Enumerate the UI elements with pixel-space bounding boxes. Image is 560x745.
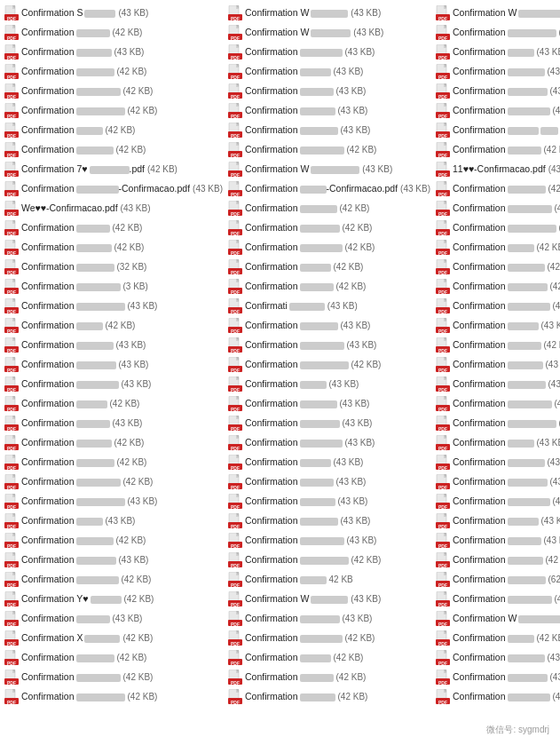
list-item[interactable]: PDF Confirmation(43 KB): [2, 43, 225, 62]
list-item[interactable]: PDF Confirmation(42 KB): [2, 121, 225, 140]
list-item[interactable]: PDF Confirmation(32 KB): [2, 258, 225, 277]
list-item[interactable]: PDF Confirmation(43 KB): [433, 101, 560, 121]
list-item[interactable]: PDF Confirmation(43 KB): [433, 472, 560, 492]
list-item[interactable]: PDF Confirmation(43 KB): [433, 668, 560, 687]
list-item[interactable]: PDF Confirmation(42 KB): [225, 687, 433, 707]
list-item[interactable]: PDF Confirmation(43 KB): [225, 531, 433, 551]
list-item[interactable]: PDF Confirmation(43 KB): [225, 472, 433, 492]
list-item[interactable]: PDF Confirmation(43 KB): [433, 355, 560, 375]
list-item[interactable]: PDF Confirmation-Confirmacao.pdf(43 KB): [225, 179, 433, 199]
list-item[interactable]: PDF Confirmation(43 KB): [225, 433, 433, 453]
list-item[interactable]: PDF Confirmation(43 KB): [2, 551, 225, 570]
list-item[interactable]: PDF Confirmation(62 KB): [433, 570, 560, 590]
list-item[interactable]: PDF Confirmation(43 KB): [2, 297, 225, 316]
list-item[interactable]: PDF Confirmation(43 KB): [433, 394, 560, 414]
list-item[interactable]: PDF Confirmation(43 KB): [2, 375, 225, 394]
list-item[interactable]: PDF Confirmation(42 KB): [225, 140, 433, 160]
list-item[interactable]: PDF Confirmation 7♥.pdf(42 KB): [2, 160, 225, 179]
list-item[interactable]: PDF Confirmation(42 KB): [433, 336, 560, 355]
list-item[interactable]: PDF Confirmation(43 KB): [225, 43, 433, 62]
list-item[interactable]: PDF Confirmation(42 KB): [2, 472, 225, 492]
list-item[interactable]: PDF Confirmation X(42 KB): [2, 629, 225, 648]
list-item[interactable]: PDF Confirmation W(43 KB): [225, 590, 433, 609]
list-item[interactable]: PDF Confirmation(42 KB): [2, 62, 225, 82]
list-item[interactable]: PDF Confirmation(42 KB): [2, 531, 225, 551]
list-item[interactable]: PDF Confirmation(43 KB): [225, 121, 433, 140]
list-item[interactable]: PDF Confirmation W(43 KB): [225, 160, 433, 179]
list-item[interactable]: PDF Confirmation(43 KB): [433, 648, 560, 668]
list-item[interactable]: PDF Confirmation(42 KB): [433, 492, 560, 511]
list-item[interactable]: PDF Confirmation(42 KB): [225, 648, 433, 668]
list-item[interactable]: PDF Confirmation W(42 KB): [433, 609, 560, 629]
list-item[interactable]: PDF Confirmation(42 KB): [2, 687, 225, 707]
list-item[interactable]: PDF Confirmation(43 KB): [433, 43, 560, 62]
list-item[interactable]: PDF Confirmation(42 KB): [433, 199, 560, 218]
list-item[interactable]: PDF Confirmation(43 KB): [433, 590, 560, 609]
list-item[interactable]: PDF Confirmation(43 KB): [225, 609, 433, 629]
list-item[interactable]: PDF Confirmation S(43 KB): [2, 4, 225, 23]
list-item[interactable]: PDF Confirmati(43 KB): [225, 297, 433, 316]
list-item[interactable]: PDF Confirmation(43 KB): [2, 492, 225, 511]
list-item[interactable]: PDF Confirmation(42 KB): [2, 394, 225, 414]
list-item[interactable]: PDF 11♥♥-Confirmacao.pdf(43 KB): [433, 160, 560, 179]
list-item[interactable]: PDF Confirmation(42 KB): [2, 218, 225, 238]
list-item[interactable]: PDF Confirmation(42 KB): [225, 551, 433, 570]
list-item[interactable]: PDF Confirmation(43 KB): [225, 82, 433, 101]
list-item[interactable]: PDF Confirmation(42 KB): [433, 238, 560, 258]
list-item[interactable]: PDF Confirmation(43 KB): [433, 23, 560, 43]
list-item[interactable]: PDF Confirmation-Confirmacao.pdf(43 KB): [2, 179, 225, 199]
list-item[interactable]: PDF Confirmation W(43 KB): [225, 23, 433, 43]
list-item[interactable]: PDF Confirmation(42 KB): [433, 258, 560, 277]
list-item[interactable]: PDF Confirmation(43 KB): [225, 511, 433, 531]
list-item[interactable]: PDF Confirmation(43 KB): [433, 453, 560, 472]
list-item[interactable]: PDF Confirmation(43 KB): [2, 336, 225, 355]
list-item[interactable]: PDF Confirmation(42 KB): [2, 82, 225, 101]
list-item[interactable]: PDF Confirmation Y♥(42 KB): [2, 590, 225, 609]
list-item[interactable]: PDF Confirmation(43 KB): [225, 414, 433, 433]
list-item[interactable]: PDF Confirmation(42 KB): [225, 218, 433, 238]
list-item[interactable]: PDF Confirmation(42 KB): [2, 433, 225, 453]
list-item[interactable]: PDF Confirmation(42 KB): [225, 238, 433, 258]
list-item[interactable]: PDF Confirmation(43 KB): [433, 414, 560, 433]
list-item[interactable]: PDF Confirmation(42 KB): [433, 140, 560, 160]
list-item[interactable]: PDF Confirmation(43 KB): [225, 394, 433, 414]
list-item[interactable]: PDF Confirmation(42 KB): [2, 23, 225, 43]
list-item[interactable]: PDF Confirmation(43 KB): [433, 316, 560, 336]
list-item[interactable]: PDF Confirmation42 KB: [225, 570, 433, 590]
list-item[interactable]: PDF Confirmation(42 KB): [2, 453, 225, 472]
list-item[interactable]: PDF Confirmation(42 KB): [433, 218, 560, 238]
list-item[interactable]: PDF Confirmation(42 KB): [2, 570, 225, 590]
list-item[interactable]: PDF Confirmation(42 KB): [225, 199, 433, 218]
list-item[interactable]: PDF Confirmation(42 KB): [433, 629, 560, 648]
list-item[interactable]: PDF Confirmation(43 KB): [225, 336, 433, 355]
list-item[interactable]: PDF Confirmation(43 KB): [433, 511, 560, 531]
list-item[interactable]: PDF Confirmation(42 KB): [433, 687, 560, 707]
list-item[interactable]: PDF Confirmation(43 KB): [2, 511, 225, 531]
list-item[interactable]: PDF Confirmation W(43 KB): [433, 4, 560, 23]
list-item[interactable]: PDF Confirmation(43 KB): [433, 121, 560, 140]
list-item[interactable]: PDF Confirmation(3 KB): [2, 277, 225, 297]
list-item[interactable]: PDF Confirmation(42 KB): [433, 277, 560, 297]
list-item[interactable]: PDF Confirmation(43 KB): [433, 375, 560, 394]
list-item[interactable]: PDF Confirmation(42 KB): [433, 297, 560, 316]
list-item[interactable]: PDF Confirmation(42 KB): [225, 277, 433, 297]
list-item[interactable]: PDF Confirmation(43 KB): [433, 82, 560, 101]
list-item[interactable]: PDF Confirmation(42 KB): [433, 179, 560, 199]
list-item[interactable]: PDF Confirmation(43 KB): [225, 453, 433, 472]
list-item[interactable]: PDF Confirmation(42 KB): [2, 648, 225, 668]
list-item[interactable]: PDF Confirmation(43 KB): [2, 355, 225, 375]
list-item[interactable]: PDF Confirmation(42 KB): [225, 629, 433, 648]
list-item[interactable]: PDF Confirmation(42 KB): [2, 140, 225, 160]
list-item[interactable]: PDF Confirmation(43 KB): [225, 62, 433, 82]
list-item[interactable]: PDF Confirmation(42 KB): [2, 316, 225, 336]
list-item[interactable]: PDF Confirmation(42 KB): [225, 355, 433, 375]
list-item[interactable]: PDF Confirmation(42 KB): [2, 101, 225, 121]
list-item[interactable]: PDF Confirmation(43 KB): [225, 101, 433, 121]
list-item[interactable]: PDF Confirmation(43 KB): [225, 492, 433, 511]
list-item[interactable]: PDF Confirmation(43 KB): [2, 609, 225, 629]
list-item[interactable]: PDF Confirmation(43 KB): [2, 414, 225, 433]
list-item[interactable]: PDF Confirmation(43 KB): [433, 433, 560, 453]
list-item[interactable]: PDF Confirmation(43 KB): [433, 62, 560, 82]
list-item[interactable]: PDF Confirmation(42 KB): [225, 668, 433, 687]
list-item[interactable]: PDF Confirmation(43 KB): [225, 316, 433, 336]
